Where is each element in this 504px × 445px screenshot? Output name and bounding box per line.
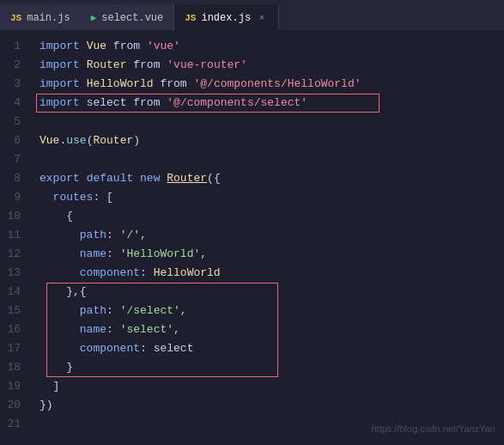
line-num-10: 10 <box>0 207 29 226</box>
code-line-11: path: '/', <box>39 226 504 245</box>
code-line-5 <box>39 113 504 131</box>
line-num-16: 16 <box>0 320 29 339</box>
code-line-14: },{ <box>39 283 504 302</box>
js-icon: JS <box>10 13 21 23</box>
code-line-1: import Vue from 'vue' <box>39 37 504 56</box>
line-num-20: 20 <box>0 396 29 415</box>
code-line-7 <box>39 150 504 169</box>
line-num-19: 19 <box>0 377 29 396</box>
tab-bar: JS main.js ▶ select.vue JS index.js × <box>0 0 504 30</box>
line-num-12: 12 <box>0 245 29 264</box>
tab-label-main-js: main.js <box>27 12 70 24</box>
line-num-7: 7 <box>0 150 29 169</box>
line-num-21: 21 <box>0 415 29 434</box>
line-num-14: 14 <box>0 283 29 302</box>
tab-index-js[interactable]: JS index.js × <box>173 4 279 30</box>
code-line-20: }) <box>39 396 504 415</box>
line-num-6: 6 <box>0 131 29 150</box>
code-line-18: } <box>39 358 504 377</box>
code-line-17: component: select <box>39 339 504 358</box>
code-content: import Vue from 'vue' import Router from… <box>36 30 504 445</box>
code-line-2: import Router from 'vue-router' <box>39 56 504 75</box>
line-num-3: 3 <box>0 75 29 94</box>
code-line-4: import select from '@/components/select' <box>39 94 504 113</box>
line-num-15: 15 <box>0 302 29 320</box>
tab-label-select-vue: select.vue <box>101 12 163 24</box>
tab-main-js[interactable]: JS main.js <box>0 4 81 30</box>
line-num-9: 9 <box>0 188 29 207</box>
vue-icon: ▶ <box>91 12 97 23</box>
line-num-11: 11 <box>0 226 29 245</box>
code-line-12: name: 'HelloWorld', <box>39 245 504 264</box>
watermark: https://blog.csdn.net/YanzYan <box>371 419 495 438</box>
line-num-5: 5 <box>0 113 29 131</box>
code-line-19: ] <box>39 377 504 396</box>
line-num-18: 18 <box>0 358 29 377</box>
code-line-9: routes: [ <box>39 188 504 207</box>
editor-area: 1 2 3 4 5 6 7 8 9 10 11 12 13 14 15 16 1… <box>0 30 504 445</box>
tab-label-index-js: index.js <box>201 12 251 24</box>
tab-select-vue[interactable]: ▶ select.vue <box>81 4 174 30</box>
code-line-3: import HelloWorld from '@/components/Hel… <box>39 75 504 94</box>
line-num-17: 17 <box>0 339 29 358</box>
code-line-10: { <box>39 207 504 226</box>
js-icon-active: JS <box>185 13 196 23</box>
code-line-15: path: '/select', <box>39 302 504 320</box>
line-num-2: 2 <box>0 56 29 75</box>
code-line-6: Vue.use(Router) <box>39 131 504 150</box>
line-num-1: 1 <box>0 37 29 56</box>
line-numbers: 1 2 3 4 5 6 7 8 9 10 11 12 13 14 15 16 1… <box>0 30 36 445</box>
line-num-13: 13 <box>0 264 29 283</box>
tab-close-button[interactable]: × <box>256 12 268 24</box>
app-window: JS main.js ▶ select.vue JS index.js × 1 … <box>0 0 504 445</box>
code-line-13: component: HelloWorld <box>39 264 504 283</box>
line-num-8: 8 <box>0 169 29 188</box>
code-line-16: name: 'select', <box>39 320 504 339</box>
code-line-8: export default new Router({ <box>39 169 504 188</box>
line-num-4: 4 <box>0 94 29 113</box>
